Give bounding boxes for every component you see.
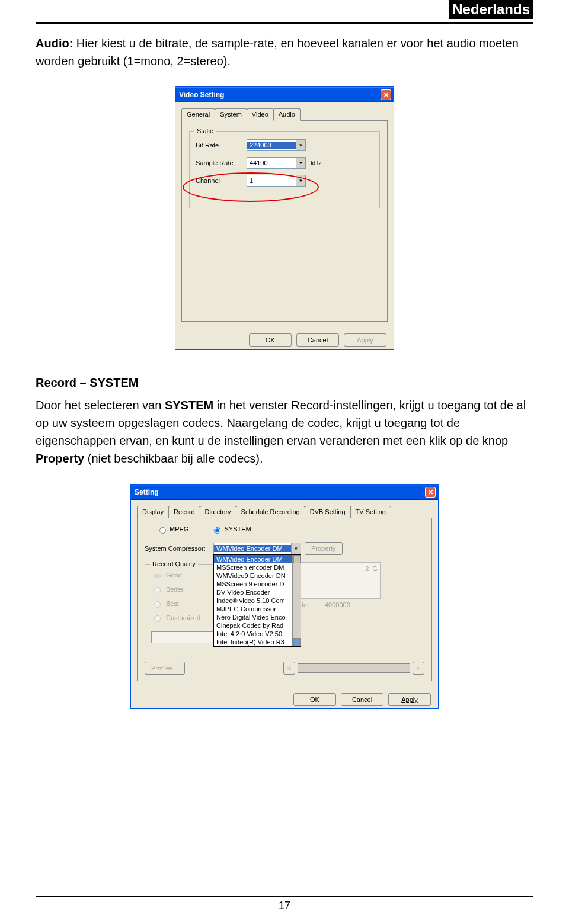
apply-button[interactable]: Apply [388, 693, 431, 706]
intro-paragraph: Audio: Hier kiest u de bitrate, de sampl… [36, 34, 533, 70]
tab-directory[interactable]: Directory [200, 506, 236, 518]
scroll-left-button: < [283, 662, 295, 675]
close-icon[interactable]: ✕ [381, 89, 391, 100]
footer: 17 [0, 896, 569, 912]
option[interactable]: MSScreen encoder DM [214, 563, 301, 572]
scrollbar[interactable] [292, 555, 301, 646]
scroll-down-icon[interactable] [293, 638, 301, 646]
scroll-up-icon[interactable] [293, 555, 301, 563]
channel-combo[interactable]: 1 ▼ [247, 175, 306, 187]
system-radio-wrap[interactable]: SYSTEM [211, 525, 251, 534]
samplerate-value: 44100 [247, 159, 296, 166]
tab-video[interactable]: Video [247, 108, 274, 121]
close-icon[interactable]: ✕ [425, 487, 436, 498]
system-radio[interactable] [214, 527, 220, 534]
tab-general[interactable]: General [181, 108, 215, 121]
groupbox-title: Static [194, 127, 216, 134]
tab-record[interactable]: Record [168, 506, 200, 518]
compressor-dropdown-list[interactable]: WMVideo Encoder DM MSScreen encoder DM W… [213, 554, 301, 647]
record-system-heading: Record – SYSTEM [36, 374, 533, 392]
option[interactable]: MJPEG Compressor [214, 605, 301, 613]
record-system-paragraph: Record – SYSTEM Door het selecteren van … [36, 374, 533, 467]
tab-display[interactable]: Display [137, 506, 169, 518]
window-title-bar: Video Setting ✕ [175, 87, 394, 102]
audio-bold: Audio: [36, 37, 73, 50]
setting-window: Setting ✕ Display Record Directory Sched… [130, 484, 439, 709]
tab-schedule[interactable]: Schedule Recording [236, 506, 305, 518]
scroll-right-button: > [413, 662, 424, 675]
samplerate-combo[interactable]: 44100 ▼ [247, 157, 306, 169]
tab-dvb[interactable]: DVB Setting [305, 506, 351, 518]
button-row: OK Cancel Apply [175, 328, 394, 352]
record-quality-title: Record Quality [150, 560, 198, 567]
right-info-panel: 2_G 5_1 00 000 BitRate: 4000000 [286, 562, 416, 612]
tab-audio[interactable]: Audio [273, 108, 301, 121]
profiles-button: Profiles... [145, 662, 185, 675]
tab-system[interactable]: System [215, 108, 247, 121]
property-button: Property [305, 542, 343, 555]
mpeg-radio-wrap[interactable]: MPEG [156, 525, 188, 534]
system-compressor-label: System Compressor: [145, 545, 210, 552]
window-title-bar: Setting ✕ [131, 485, 438, 500]
option[interactable]: Cinepak Codec by Rad [214, 621, 301, 630]
bitrate-value: 224000 [247, 142, 296, 149]
window-title: Setting [135, 488, 159, 496]
cancel-button[interactable]: Cancel [296, 333, 339, 346]
samplerate-unit: kHz [311, 159, 322, 166]
option[interactable]: WMVideo Encoder DM [214, 555, 301, 563]
video-setting-window: Video Setting ✕ General System Video Aud… [175, 86, 394, 350]
option[interactable]: DV Video Encoder [214, 588, 301, 596]
option[interactable]: Intel Indeo(R) Video R3 [214, 638, 301, 646]
tab-tv[interactable]: TV Setting [350, 506, 391, 518]
option[interactable]: WMVideo9 Encoder DN [214, 572, 301, 580]
samplerate-label: Sample Rate [196, 159, 242, 166]
header-bar: Nederlands [36, 0, 533, 24]
tabs: Display Record Directory Schedule Record… [137, 506, 432, 518]
option[interactable]: Indeo® video 5.10 Com [214, 596, 301, 605]
chevron-down-icon[interactable]: ▼ [291, 543, 301, 554]
tab-panel: MPEG SYSTEM System Compressor: WMVideo E… [137, 518, 432, 681]
option[interactable]: MSScreen 9 encoder D [214, 580, 301, 588]
bitrate-combo[interactable]: 224000 ▼ [247, 139, 306, 151]
chevron-down-icon[interactable]: ▼ [296, 140, 305, 150]
bitrate-info-value: 4000000 [325, 601, 350, 608]
button-row: OK Cancel Apply [131, 687, 438, 712]
channel-label: Channel [196, 177, 242, 184]
window-title: Video Setting [179, 91, 224, 99]
ok-button[interactable]: OK [293, 693, 336, 706]
bitrate-label: Bit Rate [196, 142, 242, 149]
scroll-track [298, 663, 410, 673]
cancel-button[interactable]: Cancel [341, 693, 383, 706]
tab-panel: Static Bit Rate 224000 ▼ Sample Rate 441… [181, 120, 388, 322]
option[interactable]: Intel 4:2:0 Video V2.50 [214, 630, 301, 638]
language-label: Nederlands [449, 0, 533, 19]
chevron-down-icon[interactable]: ▼ [296, 175, 305, 186]
option[interactable]: Nero Digital Video Enco [214, 613, 301, 621]
page-number: 17 [279, 900, 290, 912]
chevron-down-icon[interactable]: ▼ [296, 158, 305, 168]
system-compressor-combo[interactable]: WMVideo Encoder DM ▼ [213, 543, 301, 554]
mpeg-radio[interactable] [159, 527, 166, 534]
apply-button: Apply [344, 333, 386, 346]
tabs: General System Video Audio [181, 108, 388, 121]
ok-button[interactable]: OK [249, 333, 292, 346]
channel-value: 1 [247, 177, 296, 184]
audio-text: Hier kiest u de bitrate, de sample-rate,… [36, 37, 519, 68]
system-compressor-value: WMVideo Encoder DM [214, 545, 291, 552]
